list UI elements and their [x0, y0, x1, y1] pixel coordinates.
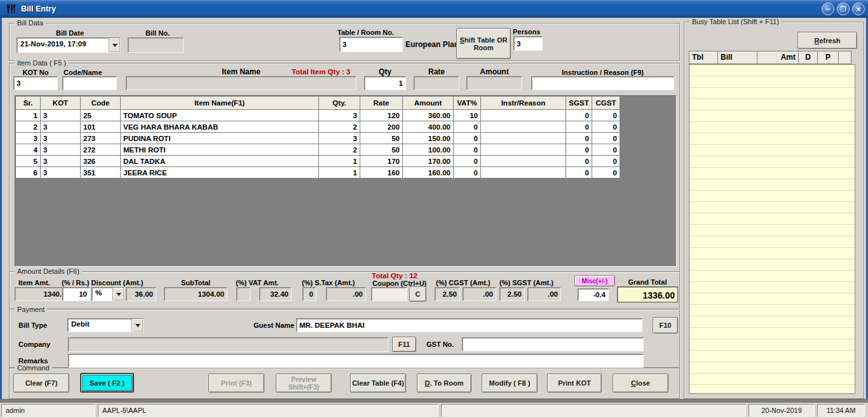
- grid-cell[interactable]: JEERA RICE: [121, 167, 319, 179]
- grid-cell[interactable]: 0: [566, 110, 592, 121]
- col-header-qty[interactable]: Qty.: [319, 97, 360, 110]
- misc-input[interactable]: [578, 288, 609, 301]
- table-row[interactable]: 33273PUDINA ROTI350150.00000: [16, 133, 620, 144]
- grid-cell[interactable]: 360.00: [403, 110, 454, 121]
- clear-table-button[interactable]: Clear Table (F4): [350, 374, 406, 393]
- busy-col-extra[interactable]: [839, 51, 851, 64]
- coupon-button[interactable]: C: [409, 287, 426, 302]
- to-room-button[interactable]: D. To Room: [417, 374, 471, 393]
- col-header-kot[interactable]: KOT: [41, 97, 81, 110]
- bill-type-dropdown-button[interactable]: [132, 319, 143, 332]
- grid-cell[interactable]: [481, 110, 566, 121]
- grid-cell[interactable]: 0: [592, 156, 620, 167]
- grid-cell[interactable]: 0: [566, 121, 592, 133]
- grid-cell[interactable]: [481, 156, 566, 167]
- discount-mode-dropdown-button[interactable]: [112, 288, 124, 300]
- grid-cell[interactable]: 0: [566, 156, 592, 167]
- grid-cell[interactable]: 3: [41, 144, 81, 156]
- grid-cell[interactable]: 3: [41, 110, 81, 121]
- grid-cell[interactable]: 0: [454, 144, 481, 156]
- discount-pct-input[interactable]: [62, 287, 90, 301]
- grid-cell[interactable]: 50: [360, 144, 403, 156]
- grid-cell[interactable]: 6: [16, 167, 41, 179]
- bill-date-dropdown-button[interactable]: [109, 38, 120, 52]
- table-row[interactable]: 43272METHI ROTI250100.00000: [16, 144, 620, 156]
- grid-cell[interactable]: PUDINA ROTI: [121, 133, 319, 144]
- grid-cell[interactable]: 170.00: [403, 156, 454, 167]
- grid-cell[interactable]: 2: [16, 121, 41, 133]
- grid-cell[interactable]: 0: [454, 121, 481, 133]
- grid-cell[interactable]: VEG HARA BHARA KABAB: [121, 121, 319, 133]
- restore-button[interactable]: ❐: [837, 3, 850, 15]
- grid-cell[interactable]: 25: [81, 110, 121, 121]
- guest-name-input[interactable]: [296, 318, 642, 332]
- col-header-item-name[interactable]: Item Name(F1): [121, 97, 319, 110]
- col-header-code[interactable]: Code: [81, 97, 121, 110]
- col-header-rate[interactable]: Rate: [360, 97, 403, 110]
- f11-button[interactable]: F11: [392, 337, 416, 352]
- busy-col-d[interactable]: D: [799, 51, 818, 64]
- grid-cell[interactable]: 1: [16, 110, 41, 121]
- grid-cell[interactable]: 0: [592, 144, 620, 156]
- bill-date-combo[interactable]: 21-Nov-2019, 17:09: [17, 37, 121, 53]
- grid-cell[interactable]: 0: [566, 167, 592, 179]
- misc-button[interactable]: Misc(+/-): [574, 275, 615, 287]
- busy-col-tbl[interactable]: Tbl: [689, 51, 718, 64]
- grid-cell[interactable]: 0: [592, 167, 620, 179]
- grid-cell[interactable]: 200: [360, 121, 403, 133]
- grid-cell[interactable]: 3: [41, 121, 81, 133]
- grid-cell[interactable]: 50: [360, 133, 403, 144]
- grid-cell[interactable]: 101: [81, 121, 121, 133]
- grid-cell[interactable]: 120: [360, 110, 403, 121]
- grid-cell[interactable]: DAL TADKA: [121, 156, 319, 167]
- grid-cell[interactable]: 5: [16, 156, 41, 167]
- col-header-vat[interactable]: VAT%: [454, 97, 481, 110]
- busy-col-amt[interactable]: Amt: [757, 51, 799, 64]
- close-window-button[interactable]: ×: [852, 3, 865, 15]
- grid-cell[interactable]: 326: [81, 156, 121, 167]
- print-button[interactable]: Print (F3): [208, 374, 264, 393]
- print-kot-button[interactable]: Print KOT: [547, 374, 602, 393]
- gst-no-input[interactable]: [462, 337, 644, 351]
- clear-button[interactable]: Clear (F7): [13, 374, 69, 393]
- qty-input[interactable]: [364, 76, 406, 90]
- grid-cell[interactable]: 100.00: [403, 144, 454, 156]
- grid-cell[interactable]: 3: [41, 167, 81, 179]
- grid-cell[interactable]: 160.00: [403, 167, 454, 179]
- preview-button[interactable]: Preview Shift+(F3): [276, 374, 332, 393]
- grid-cell[interactable]: 3: [319, 110, 360, 121]
- grid-cell[interactable]: 2: [319, 121, 360, 133]
- table-room-input[interactable]: [339, 37, 403, 52]
- grid-cell[interactable]: [481, 121, 566, 133]
- grid-cell[interactable]: 0: [566, 133, 592, 144]
- modify-button[interactable]: Modify ( F8 ): [482, 374, 538, 393]
- shift-table-button[interactable]: Shift Table OR Room: [456, 28, 511, 59]
- table-row[interactable]: 23101VEG HARA BHARA KABAB2200400.00000: [16, 121, 620, 133]
- col-header-sr[interactable]: Sr.: [16, 97, 41, 110]
- grid-cell[interactable]: 160: [360, 167, 403, 179]
- grid-cell[interactable]: [481, 144, 566, 156]
- grid-cell[interactable]: 0: [592, 110, 620, 121]
- grid-cell[interactable]: 272: [81, 144, 121, 156]
- grid-cell[interactable]: 3: [16, 133, 41, 144]
- grid-cell[interactable]: 0: [454, 133, 481, 144]
- grid-cell[interactable]: 10: [454, 110, 481, 121]
- grid-cell[interactable]: 0: [454, 167, 481, 179]
- coupon-input[interactable]: [371, 287, 407, 301]
- grid-cell[interactable]: 150.00: [403, 133, 454, 144]
- table-row[interactable]: 1325TOMATO SOUP3120360.001000: [16, 110, 620, 121]
- instruction-input[interactable]: [531, 76, 674, 90]
- discount-mode-combo[interactable]: %: [92, 287, 125, 301]
- col-header-cgst[interactable]: CGST: [592, 97, 620, 110]
- grid-cell[interactable]: 3: [41, 133, 81, 144]
- grid-cell[interactable]: 3: [319, 133, 360, 144]
- col-header-sgst[interactable]: SGST: [566, 97, 592, 110]
- code-name-input[interactable]: [62, 76, 117, 90]
- busy-col-p[interactable]: P: [818, 51, 839, 64]
- grid-cell[interactable]: TOMATO SOUP: [121, 110, 319, 121]
- grid-cell[interactable]: 0: [566, 144, 592, 156]
- bill-type-combo[interactable]: Debit: [67, 318, 144, 332]
- grid-cell[interactable]: 3: [41, 156, 81, 167]
- col-header-instr[interactable]: Instr/Reason: [481, 97, 566, 110]
- table-row[interactable]: 53326DAL TADKA1170170.00000: [16, 156, 620, 167]
